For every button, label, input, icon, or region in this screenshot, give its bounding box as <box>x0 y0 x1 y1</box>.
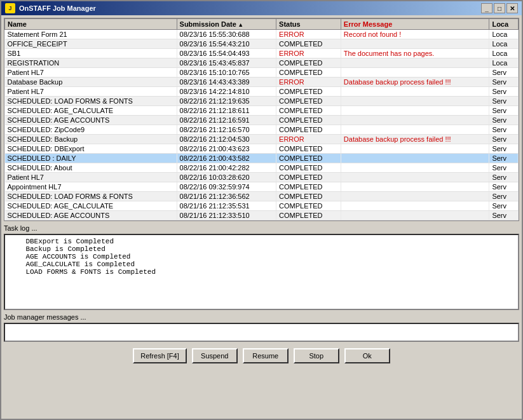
table-row[interactable]: REGISTRATION08/23/16 15:43:45:837COMPLET… <box>5 58 519 68</box>
window-title: OnSTAFF Job Manager <box>19 4 96 12</box>
cell-status: ERROR <box>276 49 341 58</box>
cell-name: Statement Form 21 <box>5 30 177 39</box>
table-row[interactable]: SB108/23/16 15:54:04:493ERRORThe documen… <box>5 49 519 58</box>
cell-status: COMPLETED <box>276 125 341 135</box>
table-row[interactable]: SCHEDULED: DBExport08/22/16 21:00:43:623… <box>5 144 519 154</box>
cell-location: Serv <box>489 106 519 116</box>
cell-date: 08/23/16 15:43:45:837 <box>177 58 276 68</box>
cell-date: 08/22/16 21:12:18:611 <box>177 106 276 116</box>
table-row[interactable]: Appointment HL708/22/16 09:32:59:974COMP… <box>5 182 519 192</box>
cell-name: SCHEDULED: AGE ACCOUNTS <box>5 116 177 125</box>
cell-location: Serv <box>489 220 519 222</box>
table-row[interactable]: SCHEDULED: LOAD FORMS & FONTS08/21/16 21… <box>5 192 519 201</box>
cell-error <box>341 220 489 222</box>
table-row[interactable]: SCHEDULED: ZipCode908/21/16 21:12:33:487… <box>5 220 519 222</box>
col-location[interactable]: Loca <box>489 19 519 30</box>
cell-date: 08/23/16 15:55:30:688 <box>177 30 276 39</box>
cell-location: Serv <box>489 135 519 144</box>
cell-name: Appointment HL7 <box>5 182 177 192</box>
cell-location: Serv <box>489 144 519 154</box>
cell-error <box>341 58 489 68</box>
table-row[interactable]: SCHEDULED : DAILY08/22/16 21:00:43:582CO… <box>5 154 519 163</box>
cell-name: SCHEDULED: AGE_CALCULATE <box>5 106 177 116</box>
cell-error: Database backup process failed !!! <box>341 78 489 87</box>
suspend-button[interactable]: Suspend <box>192 348 238 363</box>
cell-status: COMPLETED <box>276 106 341 116</box>
col-name[interactable]: Name <box>5 19 177 30</box>
col-error-message[interactable]: Error Message <box>341 19 489 30</box>
task-log-box[interactable]: DBExport is Completed Backup is Complete… <box>4 234 519 310</box>
job-messages-box[interactable] <box>4 323 519 342</box>
cell-name: SB1 <box>5 49 177 58</box>
cell-name: Patient HL7 <box>5 87 177 97</box>
table-row[interactable]: SCHEDULED: AGE ACCOUNTS08/22/16 21:12:16… <box>5 116 519 125</box>
title-bar-left: J OnSTAFF Job Manager <box>5 3 96 13</box>
cell-date: 08/22/16 21:12:16:570 <box>177 125 276 135</box>
table-header-row: Name Submission Date Status Error Messag… <box>5 19 519 30</box>
refresh-button[interactable]: Refresh [F4] <box>133 348 187 363</box>
cell-date: 08/23/16 15:54:04:493 <box>177 49 276 58</box>
cell-name: REGISTRATION <box>5 58 177 68</box>
cell-error <box>341 163 489 173</box>
cell-name: Patient HL7 <box>5 173 177 182</box>
cell-location: Serv <box>489 116 519 125</box>
cell-name: SCHEDULED: LOAD FORMS & FONTS <box>5 192 177 201</box>
table-row[interactable]: SCHEDULED: AGE_CALCULATE08/21/16 21:12:3… <box>5 201 519 211</box>
cell-date: 08/23/16 15:54:43:210 <box>177 39 276 49</box>
job-table-container[interactable]: Name Submission Date Status Error Messag… <box>4 18 519 221</box>
cell-name: OFFICE_RECEIPT <box>5 39 177 49</box>
cell-date: 08/22/16 21:12:16:591 <box>177 116 276 125</box>
cell-location: Serv <box>489 154 519 163</box>
cell-status: COMPLETED <box>276 68 341 78</box>
cell-status: COMPLETED <box>276 39 341 49</box>
table-row[interactable]: Database Backup08/23/16 14:43:43:389ERRO… <box>5 78 519 87</box>
cell-status: COMPLETED <box>276 87 341 97</box>
cell-status: COMPLETED <box>276 211 341 220</box>
cell-name: SCHEDULED: LOAD FORMS & FONTS <box>5 97 177 106</box>
title-bar: J OnSTAFF Job Manager _ □ ✕ <box>1 1 522 15</box>
cell-status: COMPLETED <box>276 163 341 173</box>
table-row[interactable]: SCHEDULED: Backup08/22/16 21:12:04:530ER… <box>5 135 519 144</box>
table-row[interactable]: Patient HL708/23/16 15:10:10:765COMPLETE… <box>5 68 519 78</box>
table-row[interactable]: Patient HL708/23/16 14:22:14:810COMPLETE… <box>5 87 519 97</box>
col-submission-date[interactable]: Submission Date <box>177 19 276 30</box>
table-row[interactable]: SCHEDULED: LOAD FORMS & FONTS08/22/16 21… <box>5 97 519 106</box>
cell-date: 08/21/16 21:12:33:510 <box>177 211 276 220</box>
table-row[interactable]: SCHEDULED: AGE ACCOUNTS08/21/16 21:12:33… <box>5 211 519 220</box>
cell-error <box>341 144 489 154</box>
cell-error <box>341 125 489 135</box>
cell-location: Serv <box>489 68 519 78</box>
col-status[interactable]: Status <box>276 19 341 30</box>
table-row[interactable]: SCHEDULED: About08/22/16 21:00:42:282COM… <box>5 163 519 173</box>
table-row[interactable]: Patient HL708/22/16 10:03:28:620COMPLETE… <box>5 173 519 182</box>
maximize-button[interactable]: □ <box>494 3 505 13</box>
cell-date: 08/22/16 21:12:04:530 <box>177 135 276 144</box>
cell-date: 08/22/16 21:00:43:582 <box>177 154 276 163</box>
cell-error <box>341 68 489 78</box>
cell-status: COMPLETED <box>276 116 341 125</box>
title-buttons: _ □ ✕ <box>481 3 518 13</box>
resume-button[interactable]: Resume <box>243 348 289 363</box>
task-log-section: Task log ... DBExport is Completed Backu… <box>4 224 519 310</box>
cell-error <box>341 173 489 182</box>
minimize-button[interactable]: _ <box>481 3 492 13</box>
table-row[interactable]: SCHEDULED: AGE_CALCULATE08/22/16 21:12:1… <box>5 106 519 116</box>
cell-name: SCHEDULED: About <box>5 163 177 173</box>
cell-error <box>341 87 489 97</box>
cell-status: COMPLETED <box>276 182 341 192</box>
cell-location: Serv <box>489 192 519 201</box>
button-bar: Refresh [F4] Suspend Resume Stop Ok <box>4 344 519 367</box>
cell-status: COMPLETED <box>276 201 341 211</box>
cell-name: SCHEDULED: AGE ACCOUNTS <box>5 211 177 220</box>
cell-error <box>341 116 489 125</box>
close-button[interactable]: ✕ <box>506 3 518 13</box>
stop-button[interactable]: Stop <box>294 348 339 363</box>
cell-name: SCHEDULED: ZipCode9 <box>5 220 177 222</box>
job-table: Name Submission Date Status Error Messag… <box>4 18 519 221</box>
table-row[interactable]: SCHEDULED: ZipCode908/22/16 21:12:16:570… <box>5 125 519 135</box>
ok-button[interactable]: Ok <box>344 348 390 363</box>
table-row[interactable]: OFFICE_RECEIPT08/23/16 15:54:43:210COMPL… <box>5 39 519 49</box>
cell-date: 08/21/16 21:12:35:531 <box>177 201 276 211</box>
cell-location: Serv <box>489 163 519 173</box>
table-row[interactable]: Statement Form 2108/23/16 15:55:30:688ER… <box>5 30 519 39</box>
